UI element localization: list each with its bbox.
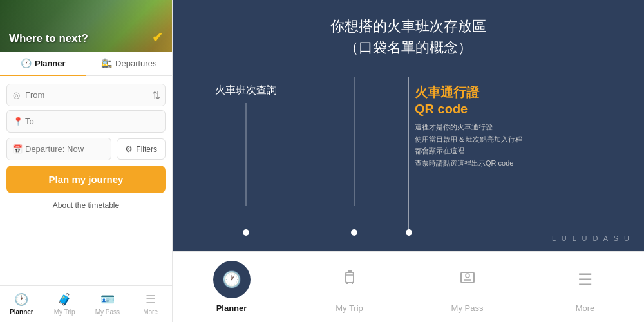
feature-train-search: 火車班次查詢 — [192, 77, 300, 236]
nav-trip-label: My Trip — [54, 308, 75, 316]
my-trip-icon-wrap — [331, 261, 368, 298]
tab-bar: 🕐 Planner 🚉 Departures — [0, 52, 172, 76]
line-1 — [246, 103, 247, 206]
tab-planner-label: Planner — [35, 59, 66, 68]
tab-big-my-trip-label: My Trip — [336, 303, 363, 313]
feature-train-label: 火車班次查詢 — [209, 84, 283, 97]
qr-desc-2: 使用當日啟用 & 班次點亮加入行程 — [415, 135, 522, 143]
from-to-group: ◎ ⇅ 📍 — [6, 84, 166, 133]
departure-row: 📅 ⚙ Filters — [6, 138, 166, 160]
dot-2 — [351, 229, 357, 236]
tab-departures[interactable]: 🚉 Departures — [86, 52, 173, 76]
nav-planner-label: Planner — [10, 308, 33, 316]
line-3 — [408, 77, 409, 236]
nav-more-label: More — [143, 308, 158, 316]
more-big-icon: ☰ — [578, 270, 592, 290]
svg-point-7 — [466, 274, 469, 278]
tab-big-my-trip[interactable]: My Trip — [290, 252, 408, 322]
qr-title: 火車通行證 QR code — [415, 84, 522, 117]
location-from-icon: ◎ — [13, 90, 20, 100]
filters-button[interactable]: ⚙ Filters — [117, 138, 166, 160]
main-title-text: 你想搭的火車班次存放區（口袋名單的概念） — [330, 18, 486, 55]
more-icon-wrap: ☰ — [567, 261, 604, 298]
planner-big-icon: 🕐 — [222, 270, 242, 289]
qr-desc: 這裡才是你的火車通行證 使用當日啟用 & 班次點亮加入行程 都會顯示在這裡 查票… — [415, 121, 522, 169]
line-2 — [354, 77, 355, 206]
qr-section: 火車通行證 QR code 這裡才是你的火車通行證 使用當日啟用 & 班次點亮加… — [408, 84, 522, 236]
info-section: 你想搭的火車班次存放區（口袋名單的概念） 火車班次查詢 — [173, 0, 644, 251]
tab-departures-label: Departures — [115, 59, 156, 68]
tab-big-planner[interactable]: 🕐 Planner — [173, 252, 290, 322]
qr-title-line2: QR code — [415, 102, 468, 116]
tab-big-more[interactable]: ☰ More — [526, 252, 644, 322]
nav-more-icon: ☰ — [146, 292, 156, 307]
calendar-icon: 📅 — [12, 144, 23, 154]
qr-desc-1: 這裡才是你的火車通行證 — [415, 123, 493, 131]
left-panel: Where to next? ✔ 🕐 Planner 🚉 Departures … — [0, 0, 173, 322]
nav-planner[interactable]: 🕐 Planner — [0, 290, 43, 318]
nav-my-trip[interactable]: 🧳 My Trip — [43, 290, 86, 318]
tab-planner[interactable]: 🕐 Planner — [0, 52, 86, 76]
hero-chevron-icon: ✔ — [152, 30, 163, 45]
timetable-link[interactable]: About the timetable — [6, 198, 166, 213]
hero-title: Where to next? — [9, 32, 88, 45]
svg-rect-0 — [346, 272, 354, 283]
nav-my-pass[interactable]: 🪪 My Pass — [86, 290, 129, 318]
nav-trip-icon: 🧳 — [57, 292, 71, 307]
right-panel: 你想搭的火車班次存放區（口袋名單的概念） 火車班次查詢 — [173, 0, 644, 322]
features-row: 火車班次查詢 火車通行證 QR code — [192, 77, 625, 236]
dot-3 — [406, 229, 412, 236]
filters-label: Filters — [136, 145, 157, 154]
to-row: 📍 — [6, 110, 166, 133]
my-trip-big-icon — [340, 268, 359, 292]
departures-icon: 🚉 — [101, 58, 112, 68]
tab-big-planner-label: Planner — [216, 303, 247, 313]
nav-pass-label: My Pass — [95, 308, 120, 316]
my-pass-icon-wrap — [449, 261, 486, 298]
qr-desc-4: 查票時請點選這裡出示QR code — [415, 159, 513, 167]
clock-icon: 🕐 — [21, 58, 32, 68]
qr-desc-3: 都會顯示在這裡 — [415, 147, 464, 155]
tab-big-my-pass-label: My Pass — [451, 303, 484, 313]
departure-wrapper: 📅 — [6, 138, 111, 160]
search-form: ◎ ⇅ 📍 📅 ⚙ Filters Plan — [0, 76, 172, 220]
swap-button[interactable]: ⇅ — [152, 89, 160, 101]
qr-title-line1: 火車通行證 — [415, 85, 479, 99]
tab-big-more-label: More — [576, 303, 595, 313]
filters-icon: ⚙ — [125, 144, 133, 154]
planner-icon-wrap: 🕐 — [213, 261, 251, 298]
nav-pass-icon: 🪪 — [100, 292, 115, 307]
hero-banner: Where to next? ✔ — [0, 0, 172, 52]
bottom-tabs-right: 🕐 Planner — [173, 251, 644, 322]
watermark: L U L U D A S U — [552, 234, 631, 242]
main-title: 你想搭的火車班次存放區（口袋名單的概念） — [192, 15, 625, 58]
to-input[interactable] — [6, 110, 166, 133]
dot-1 — [243, 229, 249, 236]
tab-big-my-pass[interactable]: My Pass — [408, 252, 526, 322]
location-to-icon: 📍 — [13, 117, 23, 126]
my-pass-big-icon — [458, 268, 477, 292]
feature-middle — [300, 77, 408, 236]
from-row: ◎ ⇅ — [6, 84, 166, 106]
plan-journey-button[interactable]: Plan my journey — [6, 166, 166, 193]
nav-planner-icon: 🕐 — [14, 292, 28, 307]
feature-qr: 火車通行證 QR code 這裡才是你的火車通行證 使用當日啟用 & 班次點亮加… — [408, 77, 625, 236]
from-input[interactable] — [6, 84, 166, 106]
nav-more[interactable]: ☰ More — [129, 290, 172, 318]
bottom-nav-left: 🕐 Planner 🧳 My Trip 🪪 My Pass ☰ More — [0, 285, 172, 322]
